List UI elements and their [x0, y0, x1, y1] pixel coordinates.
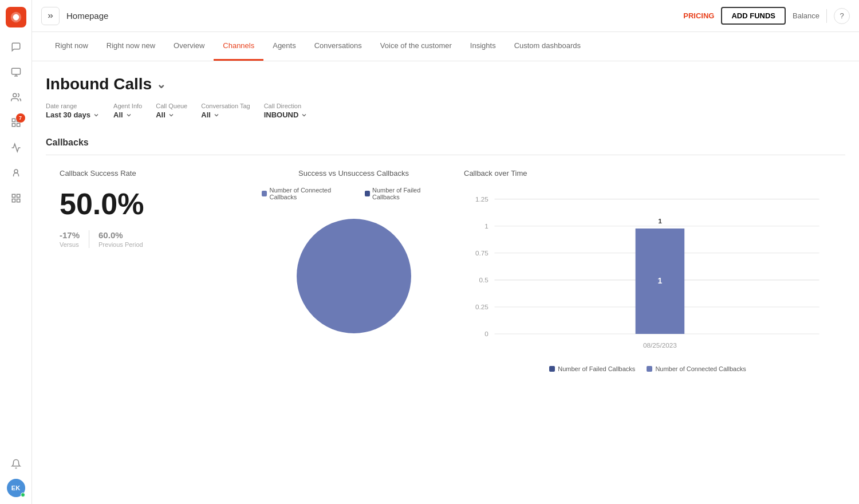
- topbar: Homepage PRICING ADD FUNDS Balance ?: [32, 0, 859, 32]
- svg-point-7: [14, 170, 18, 173]
- agent-info-value[interactable]: All: [113, 111, 142, 119]
- date-range-label: Date range: [46, 103, 100, 109]
- topbar-actions: PRICING ADD FUNDS Balance ?: [683, 7, 850, 25]
- pie-chart-card: Success vs Unsuccess Callbacks Number of…: [262, 169, 446, 372]
- call-queue-label: Call Queue: [156, 103, 187, 109]
- call-direction-value[interactable]: INBOUND: [264, 111, 308, 119]
- date-range-filter: Date range Last 30 days: [46, 103, 100, 119]
- tab-conversations[interactable]: Conversations: [305, 32, 371, 61]
- svg-text:1: 1: [658, 217, 662, 225]
- svg-rect-9: [17, 194, 19, 197]
- tab-right-now[interactable]: Right now: [46, 32, 97, 61]
- conversation-tag-value[interactable]: All: [201, 111, 250, 119]
- agent-info-filter: Agent Info All: [113, 103, 142, 119]
- connected-bar-dot: [647, 366, 652, 372]
- connected-legend-dot: [262, 191, 267, 196]
- tab-agents[interactable]: Agents: [263, 32, 305, 61]
- notifications-icon[interactable]: [6, 454, 26, 474]
- svg-text:08/25/2023: 08/25/2023: [643, 341, 677, 349]
- svg-rect-6: [12, 124, 15, 127]
- svg-point-12: [297, 219, 411, 333]
- pie-chart-title: Success vs Unsuccess Callbacks: [298, 169, 409, 178]
- agent-info-label: Agent Info: [113, 103, 142, 109]
- call-direction-label: Call Direction: [264, 103, 308, 109]
- svg-point-2: [13, 93, 16, 97]
- callbacks-section: Callbacks Callback Success Rate 50.0% -1…: [32, 128, 859, 372]
- conversation-tag-chevron: [213, 112, 220, 119]
- bar-legend-failed: Number of Failed Callbacks: [549, 365, 635, 372]
- team-nav-icon[interactable]: [6, 163, 26, 183]
- conversation-tag-label: Conversation Tag: [201, 103, 250, 109]
- chat-nav-icon[interactable]: [6, 37, 26, 57]
- svg-rect-10: [17, 199, 19, 202]
- call-direction-chevron: [301, 112, 308, 119]
- pie-legend: Number of Connected Callbacks Number of …: [262, 187, 446, 200]
- callbacks-section-title: Callbacks: [46, 128, 845, 155]
- tab-channels[interactable]: Channels: [214, 32, 263, 61]
- content-area: Right now Right now new Overview Channel…: [32, 32, 859, 504]
- call-queue-chevron: [168, 112, 175, 119]
- pie-legend-failed: Number of Failed Callbacks: [365, 187, 446, 200]
- svg-rect-1: [11, 68, 20, 74]
- pie-legend-connected: Number of Connected Callbacks: [262, 187, 356, 200]
- stats-row: -17% Versus 60.0% Previous Period: [60, 230, 243, 248]
- versus-label: Versus: [60, 241, 80, 248]
- app-logo[interactable]: [6, 7, 26, 27]
- svg-rect-8: [12, 194, 15, 197]
- add-funds-button[interactable]: ADD FUNDS: [721, 7, 786, 25]
- svg-text:1: 1: [658, 276, 663, 285]
- pie-chart-svg: [285, 207, 423, 345]
- svg-rect-11: [12, 199, 15, 202]
- date-range-chevron: [93, 112, 100, 119]
- svg-rect-5: [17, 124, 19, 127]
- callback-success-rate-card: Callback Success Rate 50.0% -17% Versus …: [60, 169, 243, 372]
- callback-success-rate-title: Callback Success Rate: [60, 169, 243, 178]
- call-queue-value[interactable]: All: [156, 111, 187, 119]
- previous-period-label: Previous Period: [98, 241, 143, 248]
- sidebar: 7 EK: [0, 0, 32, 504]
- balance-label: Balance: [793, 11, 819, 20]
- bar-legend-connected: Number of Connected Callbacks: [647, 365, 746, 372]
- bar-chart-card: Callback over Time 1.25 1 0.75 0.5: [464, 169, 832, 372]
- contacts-nav-icon[interactable]: [6, 87, 26, 108]
- topbar-divider: [826, 9, 827, 23]
- page-header: Inbound Calls ⌄: [32, 61, 859, 93]
- agent-info-chevron: [125, 112, 132, 119]
- page-title: Homepage: [66, 11, 676, 21]
- help-button[interactable]: ?: [834, 8, 850, 24]
- svg-text:0.5: 0.5: [479, 276, 488, 284]
- tab-insights[interactable]: Insights: [461, 32, 505, 61]
- title-dropdown-chevron[interactable]: ⌄: [156, 77, 166, 91]
- versus-value: -17%: [60, 230, 80, 240]
- user-avatar[interactable]: EK: [7, 479, 25, 497]
- collapse-sidebar-button[interactable]: [41, 7, 60, 25]
- date-range-value[interactable]: Last 30 days: [46, 111, 100, 119]
- svg-rect-3: [12, 119, 15, 121]
- reports-nav-icon[interactable]: 7: [6, 112, 26, 133]
- tab-overview[interactable]: Overview: [164, 32, 214, 61]
- badge: 7: [16, 113, 25, 123]
- inbox-nav-icon[interactable]: [6, 62, 26, 82]
- grid-nav-icon[interactable]: [6, 188, 26, 208]
- callback-success-rate-value: 50.0%: [60, 187, 243, 221]
- tab-voice-of-customer[interactable]: Voice of the customer: [371, 32, 461, 61]
- pricing-link[interactable]: PRICING: [683, 11, 714, 20]
- nav-tabs: Right now Right now new Overview Channel…: [32, 32, 859, 61]
- charts-grid: Callback Success Rate 50.0% -17% Versus …: [46, 169, 845, 372]
- analytics-nav-icon[interactable]: [6, 137, 26, 158]
- svg-text:0.25: 0.25: [475, 303, 488, 310]
- tab-custom-dashboards[interactable]: Custom dashboards: [505, 32, 590, 61]
- call-direction-filter: Call Direction INBOUND: [264, 103, 308, 119]
- filters-bar: Date range Last 30 days Agent Info All C…: [32, 93, 859, 128]
- previous-period-stat: 60.0% Previous Period: [89, 230, 152, 248]
- svg-text:1: 1: [484, 222, 488, 230]
- channel-title: Inbound Calls ⌄: [46, 75, 845, 93]
- svg-text:1.25: 1.25: [475, 195, 488, 203]
- previous-period-value: 60.0%: [98, 230, 143, 240]
- tab-right-now-new[interactable]: Right now new: [97, 32, 164, 61]
- bar-chart-title: Callback over Time: [464, 169, 832, 178]
- call-queue-filter: Call Queue All: [156, 103, 187, 119]
- svg-text:0: 0: [484, 330, 488, 337]
- svg-text:0.75: 0.75: [475, 249, 488, 257]
- conversation-tag-filter: Conversation Tag All: [201, 103, 250, 119]
